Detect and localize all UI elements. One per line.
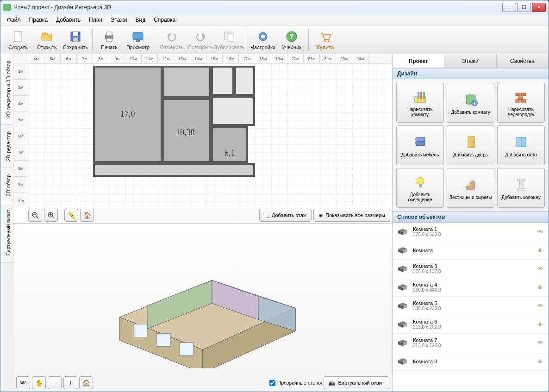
room-6[interactable] [234,66,255,96]
toolbar-preview-button[interactable]: Просмотр [124,27,152,53]
svg-rect-45 [518,97,523,100]
menu-view[interactable]: Вид [131,15,149,25]
transparent-walls-checkbox[interactable]: Прозрачные стены [269,380,322,386]
object-row[interactable]: Комната 3370.0 x 137.0👁 [393,260,549,278]
toolbar-buy-button[interactable]: Купить [312,27,339,53]
toolbar-new-button[interactable]: Создать [4,27,32,53]
room-icon [396,357,409,366]
toolbar-save-button[interactable]: Сохранить [62,27,89,53]
toolbar-settings-button[interactable]: Настройки [249,27,277,53]
print-icon [102,30,116,44]
draw-wall-button[interactable]: Нарисовать перегородку [497,83,545,123]
object-row[interactable]: Комната 5335.0 x 230.0👁 [393,297,549,315]
vtab-virtual[interactable]: Виртуальный визит [0,203,13,263]
svg-rect-56 [419,185,422,187]
tab-project[interactable]: Проект [393,54,444,68]
room-5[interactable] [211,66,234,96]
svg-rect-38 [420,92,422,99]
menu-plan[interactable]: План [85,15,106,25]
settings-icon [256,30,270,44]
menu-floors[interactable]: Этажи [107,15,131,25]
tab-properties[interactable]: Свойства [497,54,549,68]
svg-rect-46 [516,100,520,102]
close-button[interactable]: ✕ [532,3,546,12]
vtab-2d-3d[interactable]: 2D-редактор и 3D-обзор [0,54,13,125]
add-furniture-button[interactable]: Добавить мебель [396,125,444,165]
add-light-button[interactable]: Добавить освещение [396,168,444,208]
svg-rect-43 [516,93,520,96]
corridor[interactable] [93,163,255,177]
visibility-icon[interactable]: 👁 [537,340,545,346]
object-row[interactable]: Комната 6213.0 x 202.0👁 [393,315,549,334]
room-3[interactable]: 6,1 [211,126,248,163]
svg-rect-33 [133,324,147,337]
object-row[interactable]: Комната 7213.0 x 126.0👁 [393,334,549,352]
object-row[interactable]: Комната 8👁 [393,352,549,371]
room-2[interactable]: 10,38 [162,98,211,163]
svg-rect-49 [416,137,425,141]
add-column-icon [513,176,530,193]
ruler-button[interactable]: 📏 [64,209,78,222]
home-button[interactable]: 🏠 [80,209,94,222]
menu-file[interactable]: Файл [3,15,25,25]
object-row[interactable]: Комната👁 [393,241,549,260]
canvas-2d[interactable]: 17,0 10,38 6,1 [28,63,392,207]
zoom-in-3d-button[interactable]: + [63,376,77,389]
svg-rect-0 [14,31,22,42]
visibility-icon[interactable]: 👁 [537,266,545,272]
room-4[interactable] [162,66,211,98]
view3d-controls: 360 ✋ − + 🏠 Прозрачные стены 📷Виртуальны… [16,376,389,390]
visibility-icon[interactable]: 👁 [537,284,545,291]
visibility-icon[interactable]: 👁 [537,229,545,235]
view-3d-area[interactable]: 360 ✋ − + 🏠 Прозрачные стены 📷Виртуальны… [13,223,392,392]
menu-edit[interactable]: Правка [25,15,52,25]
toolbar-open-button[interactable]: Открыть [33,27,61,53]
stairs-button[interactable]: Лестницы и вырезы [447,168,494,208]
add-floor-button[interactable]: ⬚Добавить этаж [259,209,312,222]
vtab-2d[interactable]: 2D-редактор [0,125,13,168]
toolbar-undo-button: Отменить [158,27,186,53]
add-column-button[interactable]: Добавить колонну [497,168,545,208]
draw-room-button[interactable]: Нарисовать комнату [396,83,444,123]
show-dimensions-button[interactable]: ⊞Показывать все размеры [313,209,390,222]
room-icon [396,246,409,255]
pan-button[interactable]: ✋ [32,376,46,389]
svg-point-55 [417,177,424,185]
svg-rect-13 [227,34,234,41]
virtual-visit-button[interactable]: 📷Виртуальный визит [324,376,389,389]
menu-help[interactable]: Справка [150,15,179,25]
visibility-icon[interactable]: 👁 [537,358,545,365]
visibility-icon[interactable]: 👁 [537,247,545,254]
svg-rect-44 [521,93,526,96]
right-tabs: Проект Этажи Свойства [393,54,549,68]
svg-rect-4 [73,37,78,41]
toolbar-help-button[interactable]: ?Учебник [278,27,306,53]
zoom-out-button[interactable] [28,209,42,222]
object-row[interactable]: Комната 1370.0 x 530.0👁 [393,223,549,241]
help-icon: ? [285,30,299,44]
add-window-button[interactable]: Добавить окно [497,125,545,165]
svg-rect-9 [136,40,140,42]
room-1[interactable]: 17,0 [93,66,162,163]
visibility-icon[interactable]: 👁 [537,303,545,309]
room-7[interactable] [211,96,255,126]
svg-rect-8 [133,32,143,40]
window-title: Новый проект - Дизайн Интерьера 3D [13,4,502,11]
add-door-button[interactable]: Добавить дверь [447,125,494,165]
visibility-icon[interactable]: 👁 [537,321,545,328]
ruler-horizontal: 4м5м6м7м8м9м10м11м12м13м14м15м16м17м18м1… [28,54,392,63]
menu-add[interactable]: Добавить [52,15,84,25]
add-room-icon: + [462,91,479,108]
zoom-in-button[interactable] [44,209,58,222]
add-room-button[interactable]: +Добавить комнату [447,83,494,123]
rotate-360-button[interactable]: 360 [16,376,30,389]
zoom-out-3d-button[interactable]: − [48,376,62,389]
object-row[interactable]: Комната 4280.0 x 446.0👁 [393,278,549,297]
maximize-button[interactable]: ☐ [517,3,531,12]
toolbar-print-button[interactable]: Печать [95,27,123,53]
vtab-3d[interactable]: 3D-обзор [0,168,13,203]
tab-floors[interactable]: Этажи [444,54,496,68]
minimize-button[interactable]: — [502,3,516,12]
floorplan[interactable]: 17,0 10,38 6,1 [93,66,264,177]
home-3d-button[interactable]: 🏠 [79,376,93,389]
